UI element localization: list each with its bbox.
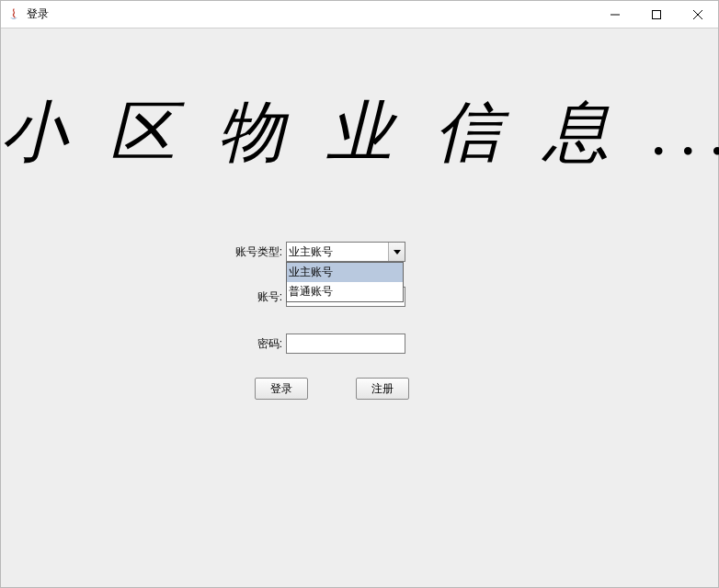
account-type-row: 账号类型: 业主账号 [225, 242, 405, 262]
password-label: 密码: [225, 336, 282, 352]
window-title: 登录 [27, 6, 49, 22]
close-button[interactable] [677, 1, 718, 28]
account-type-dropdown[interactable]: 业主账号 普通账号 [286, 262, 404, 302]
dropdown-option-owner[interactable]: 业主账号 [287, 263, 403, 282]
minimize-button[interactable] [594, 1, 635, 28]
java-app-icon [6, 7, 21, 22]
window-controls [594, 1, 718, 28]
account-type-combo[interactable]: 业主账号 [286, 242, 405, 262]
svg-rect-1 [652, 10, 660, 18]
account-type-value: 业主账号 [287, 244, 388, 260]
buttons-row: 登录 注册 [255, 378, 409, 400]
chevron-down-icon [394, 250, 401, 254]
window: 登录 小 区 物 业 信 息 ... 账号类型: 业主账号 [0, 0, 719, 588]
register-button[interactable]: 注册 [356, 378, 409, 400]
login-button[interactable]: 登录 [255, 378, 308, 400]
account-label: 账号: [225, 289, 282, 305]
password-row: 密码: [225, 334, 405, 354]
maximize-button[interactable] [635, 1, 677, 28]
client-area: 小 区 物 业 信 息 ... 账号类型: 业主账号 业主账号 普通账号 账号:… [1, 28, 718, 587]
page-title: 小 区 物 业 信 息 ... [1, 88, 718, 176]
password-input[interactable] [286, 334, 405, 354]
titlebar: 登录 [1, 1, 718, 28]
combo-dropdown-button[interactable] [388, 243, 405, 261]
dropdown-option-normal[interactable]: 普通账号 [287, 282, 403, 301]
account-type-label: 账号类型: [225, 244, 282, 260]
